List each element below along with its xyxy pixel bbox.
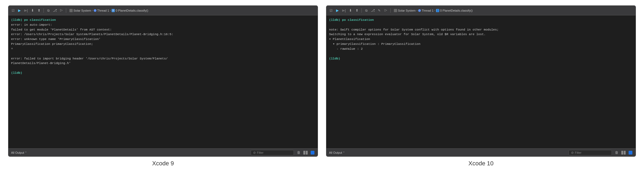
error-line-7: error: failed to import bridging header … — [11, 57, 168, 60]
xcode10-label: Xcode 10 — [326, 160, 636, 167]
console-line-1: (lldb) po classification — [11, 18, 315, 22]
step-out-icon-10[interactable]: ⬆ — [354, 8, 359, 13]
split-icon-9[interactable] — [303, 150, 308, 155]
trash-icon-9[interactable]: 🗑 — [296, 150, 301, 155]
primary-class-line: ▾ primaryClassification : PrimaryClassif… — [333, 42, 420, 46]
console10-line-7: (lldb) — [329, 56, 633, 61]
breadcrumb-thread-10[interactable]: Thread 1 — [418, 9, 434, 12]
edit-icon-10[interactable]: ✎ — [377, 8, 382, 13]
console-line-5: error: unknown type name 'PrimaryClassif… — [11, 37, 315, 42]
checkbox-icon-10[interactable] — [328, 8, 333, 13]
chevron-up-icon-9: ⌃ — [25, 151, 27, 154]
breadcrumb-thread[interactable]: Thread 1 — [94, 9, 109, 12]
thread-icon — [94, 9, 96, 12]
xcode10-console: (lldb) po classification note: Swift com… — [326, 15, 636, 148]
console10-line-3: Switching to a new expression evaluator … — [329, 32, 633, 37]
filter-box-9[interactable]: ⊘ Filter — [251, 150, 294, 155]
step-into-icon[interactable]: ⬇ — [30, 8, 35, 13]
error-line-6: ^ — [11, 47, 13, 51]
split-icon-10[interactable] — [621, 150, 626, 155]
console10-line-empty1 — [329, 22, 633, 27]
planet-class-line: ▾ PlanetClassification — [329, 37, 370, 41]
thread-icon-10 — [418, 9, 421, 12]
lldb-prompt-10: (lldb) — [329, 57, 340, 60]
step-over-icon[interactable]: ⊳| — [24, 8, 28, 13]
console-line-8: error: failed to import bridging header … — [11, 56, 315, 61]
toolbar-sep-10-2 — [390, 8, 391, 13]
step-into-icon-10[interactable]: ⬇ — [348, 8, 353, 13]
svg-rect-3 — [624, 151, 626, 155]
send-icon-10[interactable]: ◁ — [383, 8, 388, 13]
xcode9-console: (lldb) po classification error: in auto-… — [8, 15, 318, 148]
chevron-up-icon-10: ⌃ — [343, 151, 345, 154]
console-line-7: ^ — [11, 46, 315, 51]
console-line-9: PlanetDetails/Planet-Bridging.h' — [11, 61, 315, 66]
breadcrumb-solar-system[interactable]: Solar System — [69, 9, 91, 12]
xcode10-statusbar: All Output ⌃ ⊘ Filter 🗑 — [326, 148, 636, 156]
console-line-empty2 — [11, 66, 315, 71]
xcode10-panel: ▶ ⊳| ⬇ ⬆ ⧉ ⎇ ✎ ◁ Solar System › Thread 1… — [326, 5, 636, 157]
breadcrumb-solar-system-10[interactable]: Solar System — [394, 9, 415, 12]
layout-icon-9[interactable] — [310, 150, 315, 155]
lldb-command-10-1: (lldb) po classification — [329, 18, 374, 22]
filter-label-10: Filter — [575, 151, 581, 154]
solar-system-icon-10 — [394, 9, 397, 12]
console10-line-4: ▾ PlanetClassification — [329, 37, 633, 42]
xcode10-breadcrumb: Solar System › Thread 1 › 👤 0 PlanetDeta… — [394, 9, 473, 12]
breadcrumb-sep-1: › — [92, 9, 93, 12]
console-line-4: error: /Users/chris/Projects/Solar Syste… — [11, 32, 315, 37]
error-line-2: failed to get module 'PlanetDetails' fro… — [11, 28, 112, 31]
xcode9-toolbar: ▶ ⊳| ⬇ ⬆ ⧉ ⎇ ◁ Solar System › Thread 1 › — [8, 6, 318, 15]
branch-icon[interactable]: ⎇ — [52, 8, 57, 13]
toolbar-sep-1 — [43, 8, 44, 13]
all-output-label-10[interactable]: All Output ⌃ — [329, 151, 345, 154]
error-line-1: error: in auto-import: — [11, 23, 52, 26]
toolbar-sep-10-1 — [361, 8, 362, 13]
breadcrumb-sep-2: › — [110, 9, 111, 12]
svg-rect-1 — [306, 151, 308, 155]
note-line-1: note: Swift compiler options for Solar S… — [329, 28, 499, 31]
lldb-prompt-1: (lldb) — [11, 71, 22, 75]
xcode9-panel: ▶ ⊳| ⬇ ⬆ ⧉ ⎇ ◁ Solar System › Thread 1 › — [8, 5, 318, 157]
error-line-8: PlanetDetails/Planet-Bridging.h' — [11, 61, 71, 65]
svg-rect-0 — [303, 151, 305, 155]
xcode9-label: Xcode 9 — [8, 160, 318, 167]
filter-label-9: Filter — [257, 151, 263, 154]
console10-line-1: (lldb) po classification — [329, 18, 633, 22]
console-line-6: PrimaryClassification primaryClassificat… — [11, 42, 315, 46]
trash-icon-10[interactable]: 🗑 — [614, 150, 619, 155]
send-icon[interactable]: ◁ — [59, 8, 64, 13]
error-line-5: PrimaryClassification primaryClassificat… — [11, 42, 93, 46]
note-line-2: Switching to a new expression evaluator … — [329, 32, 486, 36]
filter-box-10[interactable]: ⊘ Filter — [569, 150, 612, 155]
error-line-4: error: unknown type name 'PrimaryClassif… — [11, 37, 100, 41]
console-line-3: failed to get module 'PlanetDetails' fro… — [11, 27, 315, 32]
lldb-command-1: (lldb) po classification — [11, 18, 56, 22]
error-line-3: error: /Users/chris/Projects/Solar Syste… — [11, 32, 173, 36]
classify-icon: 0 — [112, 9, 115, 12]
copy-icon[interactable]: ⧉ — [46, 8, 51, 13]
console10-line-empty2 — [329, 51, 633, 56]
thread-label: Thread 1 — [97, 9, 109, 12]
copy-icon-10[interactable]: ⧉ — [364, 8, 369, 13]
layout-icon-10[interactable] — [628, 150, 633, 155]
all-output-label-9[interactable]: All Output ⌃ — [11, 151, 27, 154]
blue-square-9 — [311, 151, 314, 155]
breadcrumb-classify[interactable]: 0 0 PlanetDetails.classify() — [112, 9, 148, 12]
breadcrumb-classify-10[interactable]: 👤 0 PlanetDetails.classify() — [436, 9, 472, 12]
solar-system-label-10: Solar System — [398, 9, 415, 12]
classify-label: 0 PlanetDetails.classify() — [116, 9, 148, 12]
checkbox-icon[interactable] — [11, 8, 15, 13]
branch-icon-10[interactable]: ⎇ — [370, 8, 375, 13]
play-icon[interactable]: ▶ — [17, 8, 22, 13]
all-output-text-9: All Output — [11, 151, 24, 154]
play-icon-10[interactable]: ▶ — [335, 8, 340, 13]
xcode10-toolbar: ▶ ⊳| ⬇ ⬆ ⧉ ⎇ ✎ ◁ Solar System › Thread 1… — [326, 6, 636, 15]
xcode9-breadcrumb: Solar System › Thread 1 › 0 0 PlanetDeta… — [69, 9, 148, 12]
classify-icon-10: 👤 — [436, 9, 439, 12]
filter-circle-icon-9: ⊘ — [253, 151, 256, 155]
solar-system-icon — [69, 9, 73, 12]
xcode9-statusbar: All Output ⌃ ⊘ Filter 🗑 — [8, 148, 318, 156]
step-out-icon[interactable]: ⬆ — [36, 8, 41, 13]
step-over-icon-10[interactable]: ⊳| — [341, 8, 346, 13]
